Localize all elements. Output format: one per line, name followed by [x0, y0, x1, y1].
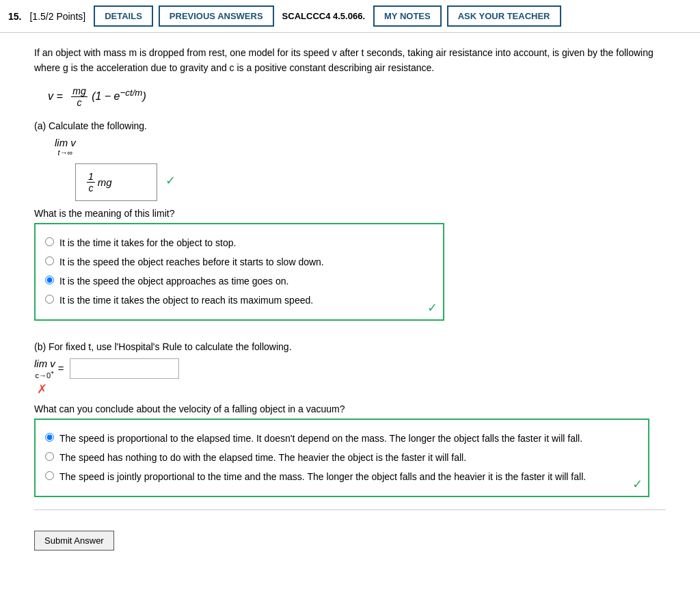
problem-code: SCALCCC4 4.5.066.: [282, 11, 365, 21]
part-b-incorrect-icon: ✗: [37, 382, 47, 396]
answer-a-fraction: 1 c: [87, 171, 95, 194]
lim-b-expr: lim v c→0+: [34, 358, 55, 380]
ask-teacher-button[interactable]: ASK YOUR TEACHER: [447, 5, 561, 27]
lim-a-bottom: t→∞: [57, 148, 72, 157]
radio-item-a2: It is the speed the object reaches befor…: [45, 255, 433, 269]
answer-a-numer: 1: [87, 171, 95, 183]
formula-v: v =: [48, 90, 63, 102]
previous-answers-button[interactable]: PREVIOUS ANSWERS: [159, 5, 274, 27]
part-b-answer-input[interactable]: [70, 358, 179, 379]
radio-item-b2: The speed has nothing to do with the ela…: [45, 451, 638, 465]
details-button[interactable]: DETAILS: [94, 5, 153, 27]
submit-answer-button[interactable]: Submit Answer: [34, 531, 114, 551]
points-label: [1.5/2 Points]: [29, 11, 85, 22]
part-a-label: (a) Calculate the following.: [34, 120, 666, 131]
radio-b2[interactable]: [45, 452, 54, 461]
part-b-limit-row: lim v c→0+ =: [34, 358, 666, 380]
footer-divider: [34, 509, 666, 510]
formula-numer: mg: [71, 85, 87, 97]
radio-b3[interactable]: [45, 471, 54, 480]
lim-a-top: lim v: [55, 137, 76, 148]
my-notes-button[interactable]: MY NOTES: [373, 5, 442, 27]
radio-a3-label[interactable]: It is the speed the object approaches as…: [59, 274, 288, 289]
meaning-label: What is the meaning of this limit?: [34, 208, 666, 219]
part-a-answer-box: 1 c mg: [75, 163, 157, 201]
radio-item-a1: It is the time it takes for the object t…: [45, 236, 433, 250]
radio-b2-label[interactable]: The speed has nothing to do with the ela…: [59, 451, 466, 465]
radio-a1-label[interactable]: It is the time it takes for the object t…: [59, 236, 236, 250]
radio-a1[interactable]: [45, 237, 54, 246]
radio-b1[interactable]: [45, 433, 54, 442]
part-a-correct-icon: ✓: [165, 174, 176, 187]
lim-a-expr: lim v t→∞: [55, 137, 76, 157]
conclude-label: What can you conclude about the velocity…: [34, 403, 666, 414]
header-bar: 15. [1.5/2 Points] DETAILS PREVIOUS ANSW…: [0, 0, 700, 33]
part-a-corner-check-icon: ✓: [427, 300, 438, 315]
radio-item-a3: It is the speed the object approaches as…: [45, 274, 433, 289]
part-b: (b) For fixed t, use l'Hospital's Rule t…: [34, 341, 666, 498]
question-number: 15.: [8, 11, 21, 22]
radio-b3-label[interactable]: The speed is jointly proportional to the…: [59, 470, 586, 484]
answer-a-mg: mg: [98, 176, 112, 188]
problem-intro: If an object with mass m is dropped from…: [34, 45, 666, 76]
lim-b-bottom: c→0+: [35, 369, 54, 380]
radio-item-b1: The speed is proportional to the elapsed…: [45, 432, 638, 446]
radio-a2-label[interactable]: It is the speed the object reaches befor…: [59, 255, 324, 269]
formula-denom: c: [75, 97, 83, 108]
radio-item-a4: It is the time it takes the object to re…: [45, 293, 433, 308]
radio-a2[interactable]: [45, 256, 54, 265]
formula-display: v = mg c (1 − e−ct/m): [48, 85, 666, 108]
radio-a4-label[interactable]: It is the time it takes the object to re…: [59, 293, 313, 308]
answer-a-denom: c: [87, 183, 94, 194]
lim-b-top: lim v: [34, 358, 55, 369]
part-a: (a) Calculate the following. lim v t→∞ 1…: [34, 120, 666, 321]
formula-fraction: mg c: [71, 85, 87, 108]
radio-a3[interactable]: [45, 276, 54, 284]
radio-a4[interactable]: [45, 295, 54, 304]
main-content: If an object with mass m is dropped from…: [0, 33, 700, 563]
equals-sign: =: [58, 362, 64, 374]
part-a-radio-group: It is the time it takes for the object t…: [34, 223, 444, 321]
answer-a-inner: 1 c mg: [87, 171, 146, 194]
radio-b1-label[interactable]: The speed is proportional to the elapsed…: [59, 432, 582, 446]
formula-rest: (1 − e−ct/m): [92, 90, 146, 102]
part-a-limit: lim v t→∞: [55, 137, 666, 157]
part-b-corner-check-icon: ✓: [632, 477, 643, 492]
radio-item-b3: The speed is jointly proportional to the…: [45, 470, 638, 484]
part-b-label: (b) For fixed t, use l'Hospital's Rule t…: [34, 341, 666, 352]
part-b-radio-group: The speed is proportional to the elapsed…: [34, 419, 649, 497]
